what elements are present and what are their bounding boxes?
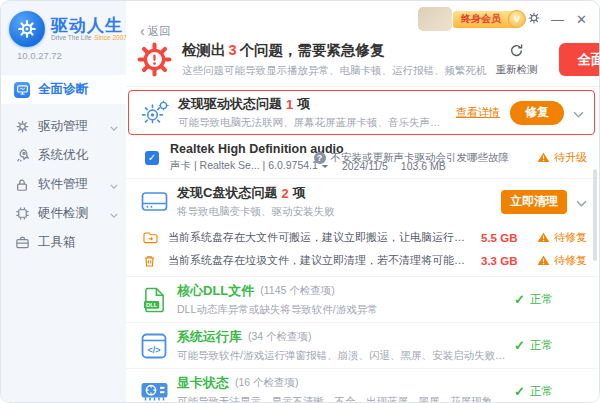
- warning-triangle-icon: [537, 255, 550, 266]
- check-texts: 核心DLL文件 (1145 个检查项) DLL动态库异常或缺失将导致软件/游戏异…: [177, 282, 514, 317]
- main-area: ‹ 返回 终身会员 V — ✕ 检测出3个问题，需要紧急修复: [126, 1, 599, 402]
- recheck-button[interactable]: 重新检测: [496, 43, 538, 77]
- tagline-text: Drive The Life: [51, 34, 91, 41]
- driver-item-row[interactable]: ✓ Realtek High Definition audio 声卡 | Rea…: [126, 137, 599, 179]
- settings-icon[interactable]: [526, 11, 541, 27]
- toolbox-icon: [14, 235, 30, 251]
- chevron-down-icon: [110, 178, 118, 192]
- issue-count: 2: [281, 186, 288, 201]
- disk-issue-row[interactable]: 发现C盘状态问题 2 项 将导致电脑变卡顿、驱动安装失败 立即清理: [126, 179, 599, 224]
- disk-subitems: 当前系统盘存在大文件可搬运，建议立即搬运，让电脑运行更加流畅 5.5 GB 待修…: [126, 224, 599, 277]
- clean-now-button[interactable]: 立即清理: [501, 190, 567, 214]
- driver-meta: 声卡 | Realtek Se... | 6.0.9754.1 2024/11/…: [170, 159, 304, 173]
- sidebar-item-label: 软件管理: [38, 176, 88, 193]
- driver-issue-desc: 可能导致电脑无法联网、屏幕花屏蓝屏卡顿、音乐失声失真及USB等设备识别运行异常: [178, 116, 448, 130]
- issue-title-text: 发现驱动状态问题: [178, 95, 282, 113]
- chevron-down-icon[interactable]: [573, 104, 584, 122]
- check-row-gpu[interactable]: 显卡状态 (16 个检查项) 可能导致无法显示，显示不清晰、不全，出现蓝屏、黑屏…: [126, 369, 599, 402]
- member-badge[interactable]: 终身会员 V: [453, 11, 517, 28]
- check-title: 核心DLL文件 (1145 个检查项): [177, 282, 514, 300]
- sidebar-item-software-management[interactable]: 软件管理: [1, 170, 126, 199]
- alert-gear-icon: [136, 41, 173, 78]
- check-desc: 可能导致无法显示，显示不清晰、不全，出现蓝屏、黑屏、花屏现象: [177, 395, 514, 402]
- back-label: 返回: [148, 24, 171, 39]
- warning-triangle-icon: [537, 152, 550, 163]
- driver-item-texts: Realtek High Definition audio 声卡 | Realt…: [170, 142, 304, 173]
- fix-all-button[interactable]: 全面修复: [559, 43, 600, 76]
- app-version: 10.0.27.72: [1, 47, 126, 71]
- app-window: 驱动人生 Drive The LifeSince 2007 10.0.27.72…: [0, 0, 600, 403]
- check-icon: ✓: [514, 384, 525, 399]
- gpu-card-icon: [138, 380, 170, 402]
- check-status: ✓ 正常: [514, 292, 587, 307]
- driver-checkbox[interactable]: ✓: [145, 151, 159, 165]
- check-title-text: 显卡状态: [177, 374, 229, 392]
- sidebar-item-full-diagnosis[interactable]: 全面诊断: [1, 75, 126, 104]
- disk-subitem-large-files[interactable]: 当前系统盘存在大文件可搬运，建议立即搬运，让电脑运行更加流畅 5.5 GB 待修…: [126, 226, 599, 249]
- title-suffix: 个问题，需要紧急修复: [240, 42, 385, 58]
- member-badge-label: 终身会员: [461, 12, 501, 26]
- issue-count: 1: [286, 97, 293, 112]
- since-text: Since 2007: [94, 34, 127, 41]
- subitem-text: 当前系统盘存在垃圾文件，建议立即清理，若不清理将可能导致驱动无法正常安装: [168, 253, 471, 268]
- check-row-runtime[interactable]: </> 系统运行库 (34 个检查项) 可能导致软件/游戏运行弹窗报错、崩溃、闪…: [126, 323, 599, 369]
- sidebar-item-driver-management[interactable]: 驱动管理: [1, 112, 126, 141]
- driver-status-label: 待升级: [554, 150, 587, 165]
- account-avatar[interactable]: [418, 7, 452, 31]
- subitem-size: 3.3 GB: [481, 255, 537, 267]
- sidebar-item-hardware-detect[interactable]: 硬件检测: [1, 199, 126, 228]
- driver-version-select[interactable]: 声卡 | Realtek Se... | 6.0.9754.1: [170, 159, 329, 173]
- issue-title-text: 发现C盘状态问题: [177, 184, 277, 202]
- rocket-icon: [14, 148, 30, 164]
- check-texts: 显卡状态 (16 个检查项) 可能导致无法显示，显示不清晰、不全，出现蓝屏、黑屏…: [177, 374, 514, 402]
- driver-issue-texts: 发现驱动状态问题 1 项 可能导致电脑无法联网、屏幕花屏蓝屏卡顿、音乐失声失真及…: [178, 95, 448, 130]
- issue-count: 3: [229, 42, 237, 58]
- check-status: ✓ 正常: [514, 338, 587, 353]
- driver-status: 待升级: [537, 150, 587, 165]
- question-icon: ?: [314, 152, 326, 164]
- issue-unit: 项: [293, 184, 306, 202]
- check-status-label: 正常: [530, 384, 553, 399]
- view-details-link[interactable]: 查看详情: [456, 105, 500, 120]
- title-prefix: 检测出: [182, 42, 226, 58]
- window-controls: 终身会员 V — ✕: [418, 7, 589, 31]
- check-count-note: (34 个检查项): [248, 330, 312, 344]
- close-button[interactable]: ✕: [574, 13, 589, 26]
- header-texts: 检测出3个问题，需要紧急修复 这些问题可能导致显示播放异常、电脑卡顿、运行报错、…: [182, 41, 487, 78]
- repair-button[interactable]: 修复: [510, 101, 564, 125]
- diagnosis-monitor-icon: [14, 82, 30, 98]
- folder-move-icon: [143, 231, 159, 244]
- dll-file-icon: DLL: [138, 287, 170, 313]
- scan-result-title: 检测出3个问题，需要紧急修复: [182, 41, 487, 60]
- sidebar-menu: 全面诊断 驱动管理 系统优化 软件管理 硬件检测: [1, 75, 126, 257]
- back-button[interactable]: ‹ 返回: [140, 24, 171, 39]
- check-desc: DLL动态库异常或缺失将导致软件/游戏异常: [177, 303, 514, 317]
- driver-faq-link[interactable]: ? 不安装或更新声卡驱动会引发哪些故障: [314, 151, 510, 165]
- sidebar-item-system-optimize[interactable]: 系统优化: [1, 141, 126, 170]
- minimize-button[interactable]: —: [550, 13, 565, 26]
- svg-text:DLL: DLL: [146, 301, 158, 307]
- check-row-dll[interactable]: DLL 核心DLL文件 (1145 个检查项) DLL动态库异常或缺失将导致软件…: [126, 277, 599, 323]
- dual-gears-icon: [139, 98, 171, 128]
- gear-icon: [14, 119, 30, 135]
- disk-drive-icon: [138, 190, 170, 213]
- chevron-down-icon[interactable]: [576, 193, 587, 211]
- subitem-status-label: 待修复: [554, 253, 587, 268]
- trash-bin-icon: [143, 254, 159, 268]
- check-desc: 可能导致软件/游戏运行弹窗报错、崩溃、闪退、黑屏、安装启动失败等异常: [177, 349, 514, 363]
- chevron-down-icon: [110, 207, 118, 221]
- warning-triangle-icon: [537, 232, 550, 243]
- check-status-label: 正常: [530, 292, 553, 307]
- scrollbar-thumb[interactable]: [593, 169, 597, 261]
- check-count-note: (16 个检查项): [235, 376, 299, 390]
- sidebar-item-toolbox[interactable]: 工具箱: [1, 228, 126, 257]
- disk-issue-title: 发现C盘状态问题 2 项: [177, 184, 493, 202]
- check-icon: ✓: [514, 292, 525, 307]
- topbar: ‹ 返回 终身会员 V — ✕: [126, 1, 599, 41]
- lock-icon: [14, 177, 30, 193]
- driver-issue-row[interactable]: 发现驱动状态问题 1 项 可能导致电脑无法联网、屏幕花屏蓝屏卡顿、音乐失声失真及…: [128, 90, 595, 135]
- sidebar-item-label: 工具箱: [38, 234, 76, 251]
- refresh-icon: [509, 43, 524, 60]
- recheck-label: 重新检测: [496, 63, 538, 77]
- disk-subitem-junk-files[interactable]: 当前系统盘存在垃圾文件，建议立即清理，若不清理将可能导致驱动无法正常安装 3.3…: [126, 249, 599, 272]
